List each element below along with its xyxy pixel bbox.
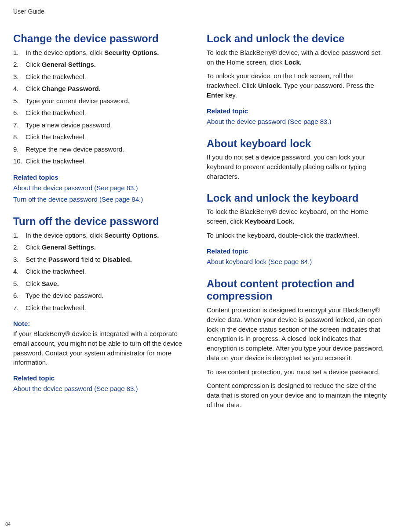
section-title: Lock and unlock the keyboard <box>207 192 388 205</box>
related-link[interactable]: About keyboard lock (See page 84.) <box>207 257 388 267</box>
note-body: If your BlackBerry® device is integrated… <box>13 329 194 367</box>
section-turnoff-password: Turn off the device password In the devi… <box>13 215 194 394</box>
section-title: Change the device password <box>13 33 194 45</box>
related-link[interactable]: Turn off the device password (See page 8… <box>13 194 194 205</box>
step-item: Click the trackwheel. <box>13 303 194 313</box>
step-item: Type the device password. <box>13 291 194 301</box>
step-item: Type your current device password. <box>13 96 194 106</box>
step-item: Click the trackwheel. <box>13 72 194 82</box>
body-text: If you do not set a device password, you… <box>207 152 388 181</box>
section-title: Lock and unlock the device <box>207 33 388 45</box>
step-item: Click General Settings. <box>13 242 194 253</box>
step-item: Click Change Password. <box>13 84 194 94</box>
section-about-keyboard-lock: About keyboard lock If you do not set a … <box>207 138 388 181</box>
body-text: To lock the BlackBerry® device keyboard,… <box>207 207 388 226</box>
related-topic-label: Related topic <box>207 107 388 115</box>
bold-text: Keyboard Lock. <box>245 217 295 225</box>
bold-text: Enter <box>207 91 223 99</box>
related-topic-label: Related topic <box>13 374 194 382</box>
text: Type your password. Press the <box>282 82 374 89</box>
text: key. <box>223 91 237 99</box>
step-item: Click the trackwheel. <box>13 132 194 142</box>
page-number: 84 <box>5 521 11 527</box>
section-content-protection: About content protection and compression… <box>207 278 388 410</box>
step-item: In the device options, click Security Op… <box>13 231 194 241</box>
body-text: Content compression is designed to reduc… <box>207 381 388 409</box>
step-item: Type a new device password. <box>13 120 194 130</box>
section-title: About content protection and compression <box>207 278 388 303</box>
step-item: Click the trackwheel. <box>13 108 194 118</box>
related-topics-label: Related topics <box>13 174 194 181</box>
related-link[interactable]: About the device password (See page 83.) <box>13 183 194 193</box>
section-title: About keyboard lock <box>207 138 388 150</box>
body-text: To lock the BlackBerry® device, with a d… <box>207 48 388 67</box>
bold-text: Lock. <box>285 58 302 66</box>
body-text: To unlock the keyboard, double-click the… <box>207 231 388 240</box>
body-text: To use content protection, you must set … <box>207 367 388 377</box>
step-item: Click the trackwheel. <box>13 156 194 166</box>
step-item: Click Save. <box>13 279 194 289</box>
steps-list: In the device options, click Security Op… <box>13 48 194 166</box>
related-link[interactable]: About the device password (See page 83.) <box>13 384 194 394</box>
page-header: User Guide <box>13 8 388 15</box>
steps-list: In the device options, click Security Op… <box>13 231 194 313</box>
section-title: Turn off the device password <box>13 215 194 228</box>
left-column: Change the device password In the device… <box>13 33 194 420</box>
section-lock-device: Lock and unlock the device To lock the B… <box>207 33 388 127</box>
step-item: Click the trackwheel. <box>13 267 194 277</box>
related-topic-label: Related topic <box>207 247 388 255</box>
related-link[interactable]: About the device password (See page 83.) <box>207 116 388 127</box>
step-item: Retype the new device password. <box>13 145 194 155</box>
section-lock-keyboard: Lock and unlock the keyboard To lock the… <box>207 192 388 267</box>
step-item: Click General Settings. <box>13 60 194 70</box>
right-column: Lock and unlock the device To lock the B… <box>207 33 388 420</box>
bold-text: Unlock. <box>258 82 282 89</box>
body-text: To unlock your device, on the Lock scree… <box>207 71 388 100</box>
step-item: In the device options, click Security Op… <box>13 48 194 58</box>
step-item: Set the Password field to Disabled. <box>13 255 194 265</box>
section-change-password: Change the device password In the device… <box>13 33 194 205</box>
body-text: Content protection is designed to encryp… <box>207 305 388 363</box>
note-label: Note: <box>13 320 194 327</box>
